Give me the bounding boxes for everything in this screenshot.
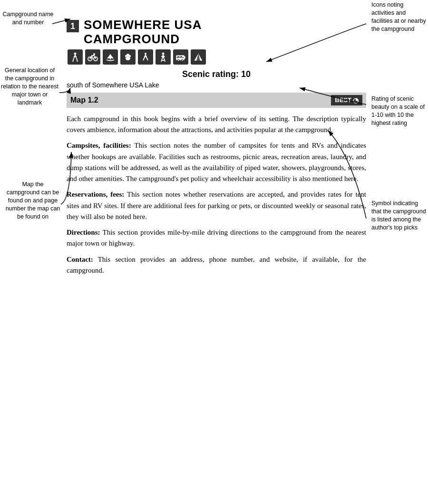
running-icon xyxy=(138,49,153,65)
page-container: Campground name and number General locat… xyxy=(0,0,428,504)
directions-label: Directions: xyxy=(67,228,100,236)
accessibility-icon xyxy=(156,49,171,65)
biking-icon xyxy=(85,49,100,65)
best-badge: BEST ◔ xyxy=(331,95,362,105)
location-text: south of Somewhere USA Lake xyxy=(67,81,159,89)
scenic-rating-value: 10 xyxy=(241,69,251,79)
pet-icon xyxy=(120,49,136,65)
scenic-rating-text: Scenic rating: 10 xyxy=(182,69,251,79)
directions-text: This section provides mile-by-mile drivi… xyxy=(67,228,366,247)
best-label: BEST xyxy=(335,96,351,104)
intro-text: Each campground in this book begins with… xyxy=(67,115,366,133)
icons-label: Icons noting activities and facilities a… xyxy=(371,1,426,32)
annotation-icons: Icons noting activities and facilities a… xyxy=(371,1,426,33)
contact-text: This section provides an address, phone … xyxy=(67,256,366,274)
map-reference-label: Map 1.2 xyxy=(70,96,98,105)
campground-name-label: Campground name and number xyxy=(2,11,53,26)
reservations-label: Reservations, fees: xyxy=(67,190,124,198)
directions-paragraph: Directions: This section provides mile-b… xyxy=(67,227,366,249)
contact-label: Contact: xyxy=(67,256,93,263)
svg-rect-23 xyxy=(177,56,179,57)
contact-paragraph: Contact: This section provides an addres… xyxy=(67,254,366,276)
scenic-rating-section: Scenic rating: 10 xyxy=(67,69,366,79)
reservations-paragraph: Reservations, fees: This section notes w… xyxy=(67,189,366,222)
scenic-rating-label: Scenic rating: xyxy=(182,69,239,79)
annotation-map: Map the campground can be found on and p… xyxy=(5,181,61,220)
annotation-scenic: Rating of scenic beauty on a scale of 1-… xyxy=(371,95,426,127)
map-bar: Map 1.2 BEST ◔ xyxy=(67,93,366,108)
svg-line-4 xyxy=(77,58,78,62)
general-location-label: General location of the campground in re… xyxy=(1,67,58,106)
hiking-icon xyxy=(68,49,83,65)
best-symbol-label: Symbol indicating that the campground is… xyxy=(371,200,426,231)
campground-header: 1 SOMEWHERE USA CAMPGROUND xyxy=(67,18,366,47)
intro-paragraph: Each campground in this book begins with… xyxy=(67,114,366,136)
svg-point-14 xyxy=(145,53,146,55)
svg-point-13 xyxy=(126,54,129,57)
campground-number-box: 1 xyxy=(67,20,79,32)
rv-icon xyxy=(173,49,188,65)
tent-icon xyxy=(191,49,206,65)
svg-point-21 xyxy=(181,59,183,61)
campsites-label: Campsites, facilities: xyxy=(67,142,131,149)
campground-location: south of Somewhere USA Lake xyxy=(67,81,366,89)
campground-title: SOMEWHERE USA CAMPGROUND xyxy=(84,18,202,47)
campground-number: 1 xyxy=(70,21,75,31)
svg-rect-24 xyxy=(180,56,182,57)
svg-rect-19 xyxy=(184,57,185,58)
annotation-campground-name: Campground name and number xyxy=(2,10,54,27)
best-moon-icon: ◔ xyxy=(353,96,359,104)
svg-point-8 xyxy=(93,53,95,55)
campground-title-line1: SOMEWHERE USA xyxy=(84,18,202,32)
icons-row xyxy=(68,49,366,65)
scenic-rating-label-ann: Rating of scenic beauty on a scale of 1-… xyxy=(371,95,425,126)
svg-line-3 xyxy=(73,58,74,62)
map-label-annotation: Map the campground can be found on and p… xyxy=(6,181,60,220)
main-content: 1 SOMEWHERE USA CAMPGROUND xyxy=(67,10,366,276)
svg-point-0 xyxy=(74,52,77,55)
boating-icon xyxy=(103,49,118,65)
campground-title-line2: CAMPGROUND xyxy=(84,32,202,47)
campsites-paragraph: Campsites, facilities: This section note… xyxy=(67,140,366,184)
svg-point-20 xyxy=(177,59,179,61)
annotation-best: Symbol indicating that the campground is… xyxy=(371,200,426,232)
annotation-general-location: General location of the campground in re… xyxy=(0,67,59,106)
svg-point-15 xyxy=(162,52,165,55)
